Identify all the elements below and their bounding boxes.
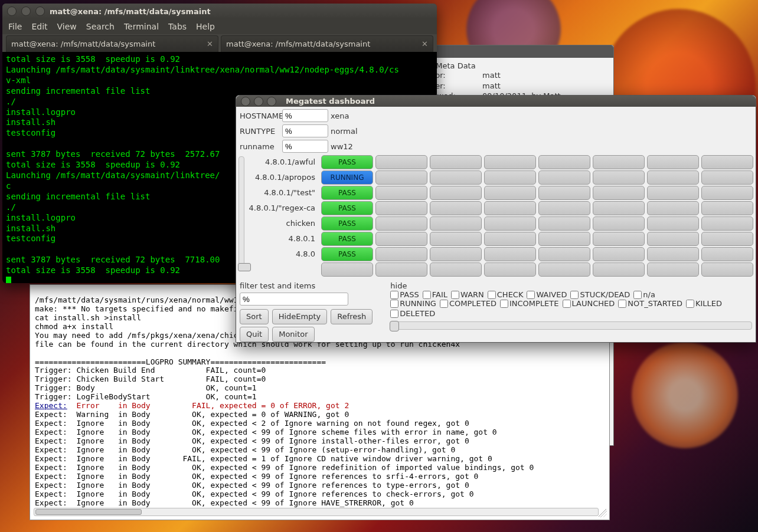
menu-help[interactable]: Help [196,22,215,31]
empty-cell[interactable] [701,247,753,261]
empty-cell[interactable] [538,247,590,261]
hide-option[interactable]: WARN [451,290,484,299]
empty-cell[interactable] [375,262,427,277]
empty-cell[interactable] [647,155,699,169]
hide-option[interactable]: STUCK/DEAD [570,290,630,299]
close-icon[interactable] [7,6,17,16]
hide-checkbox[interactable] [570,291,579,299]
empty-cell[interactable] [647,247,699,261]
hide-option[interactable]: INCOMPLETE [500,299,559,308]
menu-file[interactable]: File [8,22,22,31]
empty-cell[interactable] [430,201,482,215]
hide-option[interactable]: FAIL [423,290,447,299]
filter-input[interactable] [240,293,348,306]
empty-cell[interactable] [593,247,645,261]
hide-checkbox[interactable] [633,291,642,299]
empty-cell[interactable] [484,155,536,169]
empty-cell[interactable] [538,201,590,215]
hide-checkbox[interactable] [686,300,694,308]
menu-search[interactable]: Search [86,22,115,31]
quit-button[interactable]: Quit [240,327,269,342]
empty-cell[interactable] [701,232,753,246]
hide-checkbox[interactable] [488,291,496,299]
refresh-button[interactable]: Refresh [331,309,373,324]
empty-cell[interactable] [701,170,753,185]
menu-edit[interactable]: Edit [31,22,47,31]
status-cell[interactable]: RUNNING [321,170,373,185]
empty-cell[interactable] [593,155,645,169]
maximize-icon[interactable] [35,6,45,16]
empty-cell[interactable] [430,170,482,185]
empty-cell[interactable] [375,170,427,185]
empty-cell[interactable] [375,216,427,231]
hide-option[interactable]: KILLED [686,299,722,308]
empty-cell[interactable] [538,216,590,231]
empty-cell[interactable] [701,201,753,215]
resize-grip-icon[interactable] [599,509,607,517]
minimize-icon[interactable] [254,97,263,106]
hide-option[interactable]: RUNNING [390,299,436,308]
horizontal-slider[interactable] [390,321,752,330]
empty-cell[interactable] [430,232,482,246]
empty-cell[interactable] [701,262,753,277]
empty-cell[interactable] [593,262,645,277]
empty-cell[interactable] [593,170,645,185]
empty-cell[interactable] [430,262,482,277]
hide-checkbox[interactable] [451,291,459,299]
sort-button[interactable]: Sort [240,309,269,324]
terminal-tab[interactable]: matt@xena: /mfs/matt/data/sysmaint ✕ [221,35,433,52]
hide-option[interactable]: n/a [633,290,655,299]
status-cell[interactable]: PASS [321,155,373,169]
empty-cell[interactable] [647,170,699,185]
empty-cell[interactable] [701,186,753,200]
log-scrollbar[interactable] [34,508,599,516]
hide-checkbox[interactable] [618,300,626,308]
status-cell[interactable]: PASS [321,216,373,231]
hide-option[interactable]: CHECK [488,290,524,299]
status-cell[interactable]: PASS [321,247,373,261]
empty-cell[interactable] [538,186,590,200]
empty-cell[interactable] [484,247,536,261]
empty-cell[interactable] [538,155,590,169]
hide-option[interactable]: WAIVED [527,290,567,299]
empty-cell[interactable] [647,216,699,231]
close-tab-icon[interactable]: ✕ [207,40,213,48]
empty-cell[interactable] [484,232,536,246]
empty-cell[interactable] [430,155,482,169]
hideempty-button[interactable]: HideEmpty [272,309,328,324]
hide-checkbox[interactable] [390,310,398,318]
hide-checkbox[interactable] [390,291,398,299]
hide-checkbox[interactable] [500,300,508,308]
empty-cell[interactable] [647,232,699,246]
empty-cell[interactable] [484,262,536,277]
hide-option[interactable]: DELETED [390,309,435,318]
hide-option[interactable]: LAUNCHED [563,299,615,308]
status-cell[interactable]: PASS [321,201,373,215]
empty-cell[interactable] [484,201,536,215]
empty-cell[interactable] [430,186,482,200]
menu-view[interactable]: View [57,22,77,31]
monitor-button[interactable]: Monitor [272,327,314,342]
empty-cell[interactable] [647,201,699,215]
hide-checkbox[interactable] [390,300,398,308]
empty-cell[interactable] [647,262,699,277]
field-input-runname[interactable] [282,140,328,153]
empty-cell[interactable] [484,170,536,185]
close-tab-icon[interactable]: ✕ [422,40,428,48]
empty-cell[interactable] [593,232,645,246]
empty-cell[interactable] [375,186,427,200]
empty-cell[interactable] [375,232,427,246]
empty-cell[interactable] [484,186,536,200]
hide-checkbox[interactable] [423,291,431,299]
empty-cell[interactable] [647,186,699,200]
hide-option[interactable]: NOT_STARTED [618,299,682,308]
empty-cell[interactable] [538,262,590,277]
terminal-tab[interactable]: matt@xena: /mfs/matt/data/sysmaint ✕ [6,35,218,52]
empty-cell[interactable] [375,247,427,261]
menu-tabs[interactable]: Tabs [168,22,187,31]
hide-option[interactable]: PASS [390,290,419,299]
status-cell[interactable]: PASS [321,186,373,200]
empty-cell[interactable] [375,201,427,215]
empty-cell[interactable] [701,216,753,231]
empty-cell[interactable] [538,170,590,185]
